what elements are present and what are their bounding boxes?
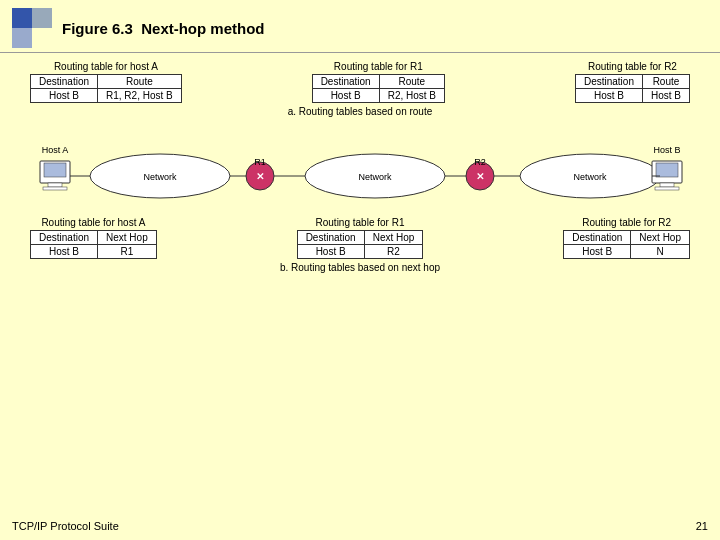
svg-text:✕: ✕ — [476, 171, 484, 182]
col-route: Route — [642, 75, 689, 89]
svg-rect-1 — [32, 8, 52, 28]
col-destination: Destination — [564, 231, 631, 245]
host-a-route-table: Routing table for host A Destination Rou… — [30, 61, 182, 103]
svg-text:✕: ✕ — [256, 171, 264, 182]
svg-rect-23 — [660, 183, 674, 187]
cell-nexthop: R2 — [364, 245, 423, 259]
r1-route-label: Routing table for R1 — [334, 61, 423, 72]
svg-rect-6 — [48, 183, 62, 187]
col-nexthop: Next Hop — [364, 231, 423, 245]
r1-route-data: Destination Route Host B R2, Host B — [312, 74, 445, 103]
col-nexthop: Next Hop — [631, 231, 690, 245]
r2-route-table: Routing table for R2 Destination Route H… — [575, 61, 690, 103]
cell-dest: Host B — [575, 89, 642, 103]
cell-nexthop: R1 — [98, 245, 157, 259]
col-route: Route — [379, 75, 444, 89]
cell-dest: Host B — [312, 89, 379, 103]
host-b-icon: Host B — [652, 145, 682, 190]
r1-nexthop-data: Destination Next Hop Host B R2 — [297, 230, 424, 259]
svg-rect-3 — [32, 28, 52, 48]
r1-nexthop-table: Routing table for R1 Destination Next Ho… — [297, 217, 424, 259]
section-a-tables: Routing table for host A Destination Rou… — [30, 61, 690, 103]
cell-dest: Host B — [297, 245, 364, 259]
cell-route: R2, Host B — [379, 89, 444, 103]
svg-text:R1: R1 — [254, 157, 266, 167]
col-destination: Destination — [312, 75, 379, 89]
svg-text:Network: Network — [358, 172, 392, 182]
cell-route: R1, R2, Host B — [98, 89, 182, 103]
svg-rect-22 — [656, 163, 678, 177]
col-nexthop: Next Hop — [98, 231, 157, 245]
host-a-icon: Host A — [40, 145, 70, 190]
cell-dest: Host B — [564, 245, 631, 259]
cell-dest: Host B — [31, 89, 98, 103]
host-a-nexthop-table: Routing table for host A Destination Nex… — [30, 217, 157, 259]
host-a-route-label: Routing table for host A — [54, 61, 158, 72]
section-b-tables: Routing table for host A Destination Nex… — [30, 217, 690, 259]
figure-title: Next-hop method — [141, 20, 264, 37]
footer-page: 21 — [696, 520, 708, 532]
table-row: Host B R2, Host B — [312, 89, 444, 103]
svg-rect-5 — [44, 163, 66, 177]
svg-rect-0 — [12, 8, 32, 28]
col-destination: Destination — [31, 75, 98, 89]
section-b-caption: b. Routing tables based on next hop — [30, 262, 690, 273]
svg-text:Host B: Host B — [653, 145, 680, 155]
network-diagram: Host A Network ✕ R1 Network ✕ R2 Network — [30, 123, 690, 213]
table-row: Host B Host B — [575, 89, 689, 103]
cell-dest: Host B — [31, 245, 98, 259]
footer-left: TCP/IP Protocol Suite — [12, 520, 119, 532]
svg-text:R2: R2 — [474, 157, 486, 167]
header: Figure 6.3 Next-hop method — [0, 0, 720, 53]
host-a-nexthop-data: Destination Next Hop Host B R1 — [30, 230, 157, 259]
col-destination: Destination — [575, 75, 642, 89]
svg-rect-7 — [43, 187, 67, 190]
col-route: Route — [98, 75, 182, 89]
r2-nexthop-data: Destination Next Hop Host B N — [563, 230, 690, 259]
cell-route: Host B — [642, 89, 689, 103]
table-row: Host B R1 — [31, 245, 157, 259]
r1-route-table: Routing table for R1 Destination Route H… — [312, 61, 445, 103]
table-row: Host B N — [564, 245, 690, 259]
svg-rect-24 — [655, 187, 679, 190]
host-a-route-data: Destination Route Host B R1, R2, Host B — [30, 74, 182, 103]
host-a-nexthop-label: Routing table for host A — [41, 217, 145, 228]
r2-route-data: Destination Route Host B Host B — [575, 74, 690, 103]
figure-label: Figure 6.3 — [62, 20, 133, 37]
svg-text:Network: Network — [143, 172, 177, 182]
r2-nexthop-label: Routing table for R2 — [582, 217, 671, 228]
col-destination: Destination — [31, 231, 98, 245]
table-row: Host B R2 — [297, 245, 423, 259]
svg-rect-2 — [12, 28, 32, 48]
col-destination: Destination — [297, 231, 364, 245]
logo-icon — [12, 8, 52, 48]
r1-nexthop-label: Routing table for R1 — [316, 217, 405, 228]
page-title: Figure 6.3 Next-hop method — [62, 20, 265, 37]
r2-nexthop-table: Routing table for R2 Destination Next Ho… — [563, 217, 690, 259]
section-a-caption: a. Routing tables based on route — [30, 106, 690, 117]
main-content: Routing table for host A Destination Rou… — [0, 53, 720, 287]
section-a: Routing table for host A Destination Rou… — [30, 61, 690, 117]
table-row: Host B R1, R2, Host B — [31, 89, 182, 103]
diagram-svg: Host A Network ✕ R1 Network ✕ R2 Network — [30, 123, 690, 213]
r2-route-label: Routing table for R2 — [588, 61, 677, 72]
section-b: Routing table for host A Destination Nex… — [30, 217, 690, 273]
svg-text:Host A: Host A — [42, 145, 69, 155]
svg-text:Network: Network — [573, 172, 607, 182]
footer: TCP/IP Protocol Suite 21 — [0, 512, 720, 540]
cell-nexthop: N — [631, 245, 690, 259]
